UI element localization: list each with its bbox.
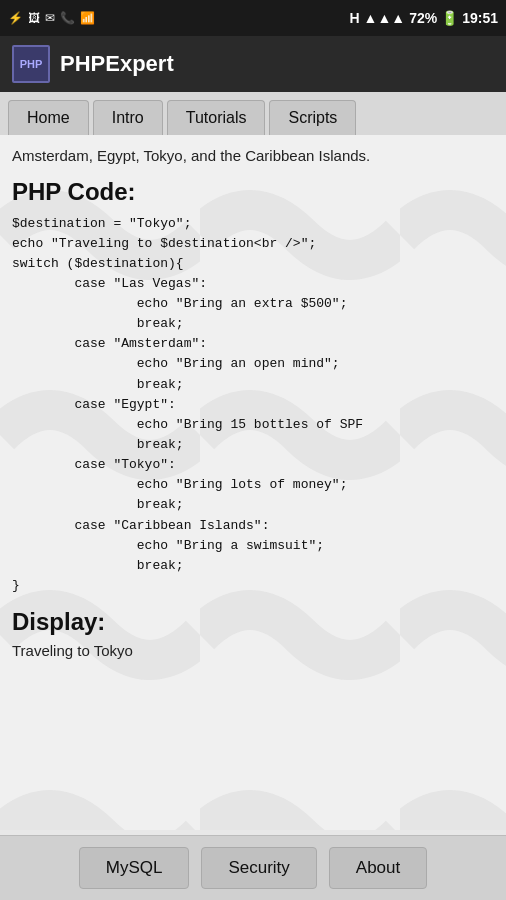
- signal-bars: ▲▲▲: [364, 10, 406, 26]
- status-right: H ▲▲▲ 72% 🔋 19:51: [349, 10, 498, 26]
- intro-text: Amsterdam, Egypt, Tokyo, and the Caribbe…: [12, 145, 494, 168]
- main-content: Amsterdam, Egypt, Tokyo, and the Caribbe…: [0, 135, 506, 830]
- sms-icon: ✉: [45, 11, 55, 25]
- wifi-icon: 📶: [80, 11, 95, 25]
- about-button[interactable]: About: [329, 847, 427, 889]
- code-block: $destination = "Tokyo"; echo "Traveling …: [12, 214, 494, 597]
- php-code-heading: PHP Code:: [12, 178, 494, 206]
- app-title: PHPExpert: [60, 51, 174, 77]
- phone-icon: 📞: [60, 11, 75, 25]
- display-heading: Display:: [12, 608, 494, 636]
- tab-home[interactable]: Home: [8, 100, 89, 135]
- app-header: PHP PHPExpert: [0, 36, 506, 92]
- mysql-button[interactable]: MySQL: [79, 847, 190, 889]
- status-left: ⚡ 🖼 ✉ 📞 📶: [8, 11, 95, 25]
- usb-icon: ⚡: [8, 11, 23, 25]
- tab-scripts[interactable]: Scripts: [269, 100, 356, 135]
- display-text: Traveling to Tokyo: [12, 642, 494, 659]
- battery-level: 72%: [409, 10, 437, 26]
- tab-tutorials[interactable]: Tutorials: [167, 100, 266, 135]
- bottom-nav: MySQL Security About: [0, 835, 506, 900]
- clock: 19:51: [462, 10, 498, 26]
- signal-type: H: [349, 10, 359, 26]
- security-button[interactable]: Security: [201, 847, 316, 889]
- battery-icon: 🔋: [441, 10, 458, 26]
- app-logo: PHP: [12, 45, 50, 83]
- nav-tabs: Home Intro Tutorials Scripts: [0, 92, 506, 135]
- logo-text: PHP: [20, 58, 43, 70]
- image-icon: 🖼: [28, 11, 40, 25]
- status-bar: ⚡ 🖼 ✉ 📞 📶 H ▲▲▲ 72% 🔋 19:51: [0, 0, 506, 36]
- tab-intro[interactable]: Intro: [93, 100, 163, 135]
